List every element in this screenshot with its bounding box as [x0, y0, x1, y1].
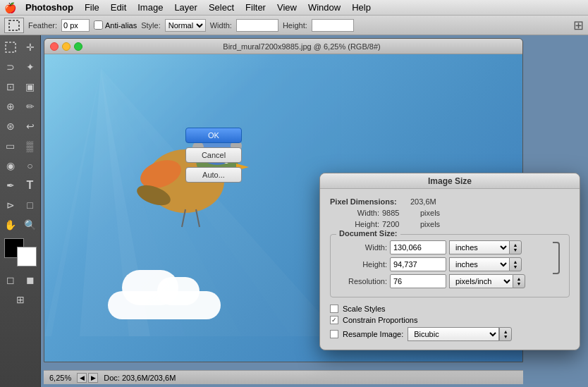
style-select[interactable]: Normal	[165, 19, 206, 32]
doc-height-label: Height:	[338, 260, 387, 269]
cloud-main	[101, 270, 228, 319]
tool-stamp[interactable]: ⊛	[1, 117, 20, 135]
menu-select[interactable]: Select	[203, 0, 240, 16]
tool-text[interactable]: T	[21, 176, 39, 195]
width-input[interactable]	[236, 19, 278, 32]
pixel-height-value: 7200	[382, 220, 417, 228]
document-size-section: Document Size: Width: inches	[330, 234, 570, 297]
width-label: Width:	[210, 21, 232, 30]
tool-zoom[interactable]: 🔍	[21, 216, 39, 234]
background-color[interactable]	[17, 247, 37, 266]
tool-marquee[interactable]	[1, 38, 20, 56]
height-input[interactable]	[312, 19, 354, 32]
scale-styles-label: Scale Styles	[343, 305, 386, 313]
resample-label: Resample Image:	[343, 330, 403, 338]
tool-pen[interactable]: ✒	[1, 176, 20, 195]
menu-file[interactable]: File	[79, 0, 105, 16]
scale-styles-checkbox[interactable]	[330, 305, 338, 313]
tool-hand[interactable]: ✋	[1, 216, 20, 234]
menu-photoshop[interactable]: Photoshop	[20, 0, 79, 16]
extra-icon: ⊞	[573, 18, 584, 33]
doc-size-fields: Width: inches cm mm pixels	[338, 240, 548, 291]
document-title: Bird_mural7200x9885.jpg @ 6,25% (RGB/8#)	[87, 42, 517, 51]
color-swatches	[4, 238, 37, 266]
tool-screen[interactable]: ⊞	[11, 290, 30, 309]
pixel-height-unit: pixels	[420, 220, 440, 228]
doc-width-unit-select[interactable]: inches cm mm pixels	[449, 240, 509, 254]
tool-lasso[interactable]: ⊃	[1, 58, 20, 76]
menu-edit[interactable]: Edit	[105, 0, 132, 16]
style-label: Style:	[141, 21, 161, 30]
dialog-titlebar: Image Size	[320, 173, 580, 189]
menu-help[interactable]: Help	[346, 0, 376, 16]
options-bar: Feather: Anti-alias Style: Normal Width:…	[0, 16, 588, 35]
next-arrow[interactable]: ▶	[88, 373, 98, 383]
doc-width-input[interactable]	[390, 240, 446, 254]
svg-rect-1	[6, 42, 16, 52]
pixel-height-row: Height: 7200 pixels	[330, 220, 570, 228]
svg-line-18	[196, 209, 200, 227]
menu-layer[interactable]: Layer	[169, 0, 203, 16]
resolution-unit-arrows: ▲ ▼	[513, 274, 525, 288]
close-button[interactable]	[50, 42, 59, 51]
doc-size-title: Document Size:	[336, 229, 400, 238]
marquee-tool-icon	[8, 20, 20, 31]
pixel-dimensions-row: Pixel Dimensions: 203,6M	[330, 197, 570, 206]
tool-path[interactable]: ⊳	[1, 196, 20, 214]
menu-window[interactable]: Window	[302, 0, 346, 16]
pixel-dimensions-value: 203,6M	[410, 197, 446, 206]
minimize-button[interactable]	[62, 42, 71, 51]
traffic-lights	[50, 42, 82, 51]
tool-gradient[interactable]: ▒	[21, 137, 39, 155]
tool-mode-standard[interactable]: ◻	[1, 271, 20, 289]
tool-history[interactable]: ↩	[21, 117, 39, 135]
doc-height-input[interactable]	[390, 257, 446, 271]
tool-brush[interactable]: ✏	[21, 97, 39, 116]
svg-point-20	[231, 140, 242, 152]
resample-row: Resample Image: Bicubic Nearest Neighbor…	[330, 327, 570, 341]
svg-rect-0	[9, 20, 19, 30]
pixel-width-label: Width:	[330, 209, 379, 217]
maximize-button[interactable]	[74, 42, 82, 51]
height-label: Height:	[283, 21, 307, 30]
apple-menu[interactable]: 🍎	[3, 0, 17, 16]
doc-width-unit-select-wrapper: inches cm mm pixels ▲ ▼	[449, 240, 522, 254]
tool-slice[interactable]: ▣	[21, 78, 39, 96]
tool-wand[interactable]: ✦	[21, 58, 39, 76]
dialog-title: Image Size	[428, 176, 472, 186]
tool-move[interactable]: ✛	[21, 38, 39, 56]
menu-image[interactable]: Image	[132, 0, 169, 16]
pixel-dimensions-section: Pixel Dimensions: 203,6M Width: 9885 pix…	[330, 197, 570, 228]
menubar: 🍎 Photoshop File Edit Image Layer Select…	[0, 0, 588, 16]
resample-checkbox[interactable]	[330, 330, 338, 338]
bird-svg	[115, 104, 256, 231]
resample-select-wrapper: Bicubic Nearest Neighbor Bilinear Bicubi…	[408, 327, 512, 341]
doc-width-label: Width:	[338, 243, 387, 252]
resample-select[interactable]: Bicubic Nearest Neighbor Bilinear Bicubi…	[408, 327, 499, 341]
menu-view[interactable]: View	[271, 0, 302, 16]
tool-crop[interactable]: ⊡	[1, 78, 20, 96]
resolution-label: Resolution:	[338, 277, 387, 285]
antialias-checkbox[interactable]	[94, 20, 103, 30]
feather-input[interactable]	[61, 19, 90, 32]
tool-dodge[interactable]: ○	[21, 156, 39, 175]
pixel-width-value: 9885	[382, 209, 417, 217]
resolution-input[interactable]	[390, 274, 446, 288]
tool-shape[interactable]: □	[21, 196, 39, 214]
constrain-proportions-checkbox[interactable]: ✓	[330, 316, 338, 324]
svg-marker-13	[236, 164, 249, 171]
resample-arrows: ▲ ▼	[499, 327, 512, 341]
nav-arrows: ◀ ▶	[77, 373, 98, 383]
tool-blur[interactable]: ◉	[1, 156, 20, 175]
tool-eraser[interactable]: ▭	[1, 137, 20, 155]
resolution-unit-select[interactable]: pixels/inch pixels/cm	[449, 274, 513, 288]
menu-filter[interactable]: Filter	[240, 0, 271, 16]
tool-heal[interactable]: ⊕	[1, 97, 20, 116]
constrain-proportions-row: ✓ Constrain Proportions	[330, 316, 570, 324]
prev-arrow[interactable]: ◀	[77, 373, 87, 383]
antialias-label: Anti-alias	[94, 20, 137, 30]
resolution-row: Resolution: pixels/inch pixels/cm	[338, 274, 548, 288]
pixel-height-label: Height:	[330, 220, 379, 228]
tool-mode-quick[interactable]: ◼	[21, 271, 39, 289]
doc-height-unit-select[interactable]: inches cm mm pixels	[449, 257, 509, 271]
